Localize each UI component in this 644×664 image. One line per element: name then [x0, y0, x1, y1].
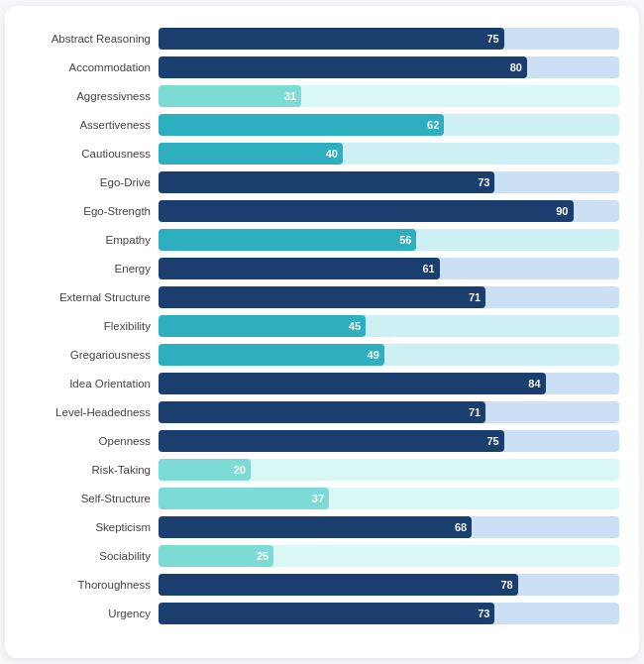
bar-label: Ego-Drive	[15, 176, 159, 188]
bar-fill: 75	[159, 28, 504, 50]
bar-fill: 56	[159, 229, 416, 251]
bar-track: 90	[159, 200, 619, 222]
bar-value: 31	[284, 90, 296, 102]
bar-fill: 25	[159, 545, 273, 567]
bar-row: Energy61	[15, 256, 619, 281]
bar-label: Flexibility	[15, 320, 159, 332]
bar-track: 75	[159, 430, 619, 452]
bar-track: 75	[159, 28, 619, 50]
bar-row: Assertiveness62	[15, 112, 619, 138]
bar-row: Thoroughness78	[15, 572, 619, 598]
bar-value: 78	[500, 579, 512, 591]
bar-track: 56	[159, 229, 619, 251]
bar-label: Openness	[15, 435, 159, 447]
bar-track: 61	[159, 258, 619, 279]
bar-track: 31	[159, 85, 619, 107]
bar-label: External Structure	[15, 291, 159, 303]
bar-value: 25	[257, 550, 268, 562]
bar-fill: 31	[159, 85, 301, 107]
bar-label: Skepticism	[15, 521, 159, 533]
bar-fill: 61	[159, 258, 440, 279]
bar-value: 73	[478, 176, 489, 188]
bar-value: 80	[510, 61, 522, 73]
bar-fill: 73	[159, 603, 494, 624]
bar-row: Flexibility45	[15, 313, 619, 339]
bar-fill: 75	[159, 430, 504, 452]
bar-track: 45	[159, 315, 619, 337]
bar-row: Level-Headedness71	[15, 399, 619, 425]
bar-label: Idea Orientation	[15, 378, 159, 389]
bar-label: Ego-Strength	[15, 205, 159, 217]
bar-row: Cautiousness40	[15, 141, 619, 166]
bar-value: 20	[234, 464, 246, 476]
bar-fill: 90	[159, 200, 574, 222]
bar-row: Empathy56	[15, 227, 619, 253]
bar-fill: 71	[159, 401, 485, 423]
bar-value: 68	[455, 521, 467, 533]
bar-label: Level-Headedness	[15, 406, 159, 418]
bar-value: 61	[422, 263, 434, 275]
bar-value: 71	[469, 406, 481, 418]
bar-value: 62	[427, 119, 439, 131]
bar-row: Aggressivness31	[15, 83, 619, 109]
bar-value: 49	[368, 349, 379, 361]
bar-fill: 84	[159, 373, 546, 394]
bar-fill: 20	[159, 459, 251, 481]
bar-track: 78	[159, 574, 619, 596]
bar-value: 37	[312, 493, 324, 504]
bar-fill: 40	[159, 143, 343, 165]
bar-row: Ego-Strength90	[15, 198, 619, 224]
bar-row: Sociability25	[15, 543, 619, 569]
bar-label: Self-Structure	[15, 493, 159, 504]
bar-row: Risk-Taking20	[15, 457, 619, 483]
bar-row: Accommodation80	[15, 55, 619, 80]
bar-row: Gregariousness49	[15, 342, 619, 368]
chart-container: Abstract Reasoning75Accommodation80Aggre…	[5, 6, 639, 658]
bar-row: External Structure71	[15, 284, 619, 310]
bar-label: Cautiousness	[15, 148, 159, 160]
bar-fill: 73	[159, 171, 494, 193]
bar-value: 45	[349, 320, 361, 332]
bar-label: Empathy	[15, 234, 159, 246]
bar-track: 40	[159, 143, 619, 165]
bar-label: Assertiveness	[15, 119, 159, 131]
bar-track: 37	[159, 488, 619, 509]
bar-track: 80	[159, 56, 619, 78]
bar-label: Aggressivness	[15, 90, 159, 102]
bar-row: Self-Structure37	[15, 486, 619, 511]
bar-track: 20	[159, 459, 619, 481]
bar-row: Openness75	[15, 428, 619, 454]
bar-value: 75	[487, 435, 499, 447]
bar-fill: 71	[159, 286, 485, 308]
bar-fill: 37	[159, 488, 329, 509]
bar-row: Ego-Drive73	[15, 169, 619, 195]
bar-track: 25	[159, 545, 619, 567]
bar-row: Urgency73	[15, 601, 619, 626]
bar-value: 56	[399, 234, 411, 246]
bar-fill: 62	[159, 114, 444, 136]
bar-fill: 78	[159, 574, 518, 596]
bar-label: Urgency	[15, 608, 159, 619]
bar-fill: 49	[159, 344, 384, 366]
bar-row: Skepticism68	[15, 514, 619, 540]
bar-value: 73	[478, 608, 489, 619]
bar-value: 90	[556, 205, 568, 217]
bar-label: Accommodation	[15, 61, 159, 73]
bar-row: Idea Orientation84	[15, 371, 619, 396]
bar-track: 71	[159, 286, 619, 308]
bar-value: 40	[326, 148, 338, 160]
bar-track: 49	[159, 344, 619, 366]
bar-track: 84	[159, 373, 619, 394]
bar-fill: 80	[159, 56, 527, 78]
bar-track: 62	[159, 114, 619, 136]
bar-track: 71	[159, 401, 619, 423]
bar-track: 68	[159, 516, 619, 538]
bar-value: 71	[469, 291, 481, 303]
bar-row: Abstract Reasoning75	[15, 26, 619, 52]
bar-label: Abstract Reasoning	[15, 33, 159, 45]
bar-label: Thoroughness	[15, 579, 159, 591]
bar-fill: 45	[159, 315, 366, 337]
bar-label: Sociability	[15, 550, 159, 562]
bar-fill: 68	[159, 516, 472, 538]
bar-track: 73	[159, 171, 619, 193]
